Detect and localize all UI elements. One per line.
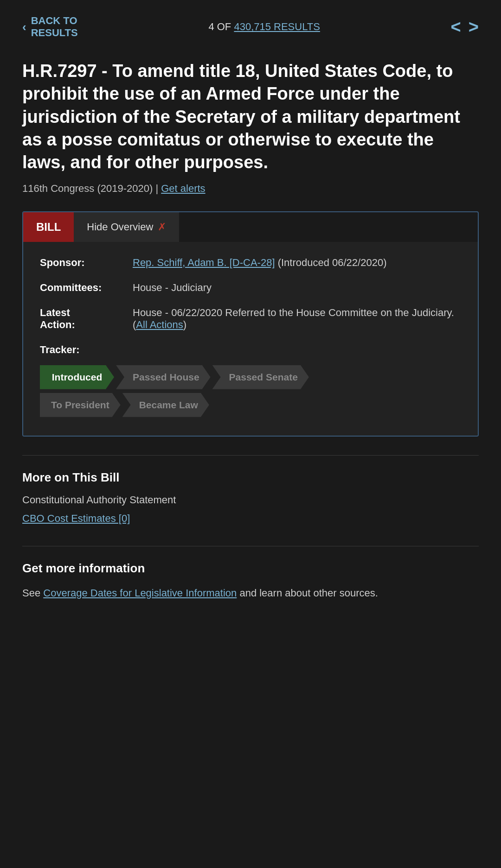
main-content: H.R.7297 - To amend title 18, United Sta…	[0, 51, 501, 437]
cbo-link[interactable]: CBO Cost Estimates [0]	[22, 513, 130, 524]
result-count-link[interactable]: 430,715 RESULTS	[234, 21, 320, 32]
all-actions-link[interactable]: All Actions	[136, 319, 183, 330]
tracker-step-passed-senate[interactable]: Passed Senate	[212, 365, 309, 389]
sponsor-row: Sponsor: Rep. Schiff, Adam B. [D-CA-28] …	[40, 257, 461, 269]
tracker-row-1: Introduced Passed House Passed Senate	[40, 365, 461, 389]
bill-overview-container: BILL Hide Overview ✗ Sponsor: Rep. Schif…	[22, 211, 479, 437]
get-info-section: Get more information See Coverage Dates …	[0, 561, 501, 620]
sponsor-value: Rep. Schiff, Adam B. [D-CA-28] (Introduc…	[133, 257, 461, 269]
tracker-step-became-law[interactable]: Became Law	[122, 393, 209, 417]
all-actions-paren-close: )	[183, 319, 186, 330]
tracker-section: Tracker: Introduced Passed House Passed …	[40, 344, 461, 417]
latest-action-text: House - 06/22/2020 Referred to the House…	[133, 307, 454, 318]
bill-details: Sponsor: Rep. Schiff, Adam B. [D-CA-28] …	[23, 242, 478, 436]
bill-title: H.R.7297 - To amend title 18, United Sta…	[22, 60, 479, 174]
committees-value: House - Judiciary	[133, 282, 461, 294]
latest-action-row: LatestAction: House - 06/22/2020 Referre…	[40, 307, 461, 331]
nav-arrows: < >	[451, 17, 479, 37]
constitutional-authority-link: Constitutional Authority Statement	[22, 494, 479, 506]
tab-bar: BILL Hide Overview ✗	[23, 212, 478, 242]
divider-2	[22, 546, 479, 546]
top-navigation: ‹ BACK TORESULTS 4 OF 430,715 RESULTS < …	[0, 0, 501, 51]
latest-action-label: LatestAction:	[40, 307, 133, 331]
congress-label: 116th Congress (2019-2020)	[22, 183, 153, 194]
tracker-label: Tracker:	[40, 344, 461, 356]
get-info-see: See	[22, 587, 40, 599]
congress-info: 116th Congress (2019-2020) | Get alerts	[22, 183, 479, 195]
more-section: More on This Bill Constitutional Authori…	[0, 470, 501, 546]
chevron-left-icon: ‹	[22, 20, 26, 34]
hide-label: Hide Overview	[87, 221, 153, 233]
committees-row: Committees: House - Judiciary	[40, 282, 461, 294]
get-alerts-link[interactable]: Get alerts	[161, 183, 205, 194]
tracker-step-to-president[interactable]: To President	[40, 393, 121, 417]
latest-action-value: House - 06/22/2020 Referred to the House…	[133, 307, 461, 331]
get-info-after: and learn about other sources.	[239, 587, 378, 599]
tracker-step-introduced[interactable]: Introduced	[40, 365, 114, 389]
cbo-cost-estimates-link[interactable]: CBO Cost Estimates [0]	[22, 513, 479, 525]
bill-tab[interactable]: BILL	[23, 212, 74, 242]
more-section-title: More on This Bill	[22, 470, 479, 485]
divider-1	[22, 455, 479, 456]
get-info-text: See Coverage Dates for Legislative Infor…	[22, 585, 479, 601]
sponsor-intro: (Introduced 06/22/2020)	[278, 257, 387, 268]
result-position: 4 OF	[208, 21, 231, 32]
coverage-dates-link[interactable]: Coverage Dates for Legislative Informati…	[43, 587, 237, 599]
prev-result-button[interactable]: <	[451, 17, 461, 37]
divider-pipe: |	[155, 183, 161, 194]
next-result-button[interactable]: >	[469, 17, 479, 37]
back-label: BACK TORESULTS	[31, 15, 78, 39]
sponsor-link[interactable]: Rep. Schiff, Adam B. [D-CA-28]	[133, 257, 275, 268]
hide-overview-button[interactable]: Hide Overview ✗	[74, 212, 179, 242]
result-count: 4 OF 430,715 RESULTS	[208, 21, 320, 33]
get-info-title: Get more information	[22, 561, 479, 576]
constitutional-authority-text: Constitutional Authority Statement	[22, 494, 176, 506]
tracker-step-passed-house[interactable]: Passed House	[116, 365, 211, 389]
sponsor-label: Sponsor:	[40, 257, 133, 269]
tracker-steps: Introduced Passed House Passed Senate To…	[40, 365, 461, 417]
close-icon: ✗	[158, 221, 166, 233]
tracker-row-2: To President Became Law	[40, 393, 461, 417]
back-to-results-button[interactable]: ‹ BACK TORESULTS	[22, 15, 78, 39]
committees-label: Committees:	[40, 282, 133, 294]
